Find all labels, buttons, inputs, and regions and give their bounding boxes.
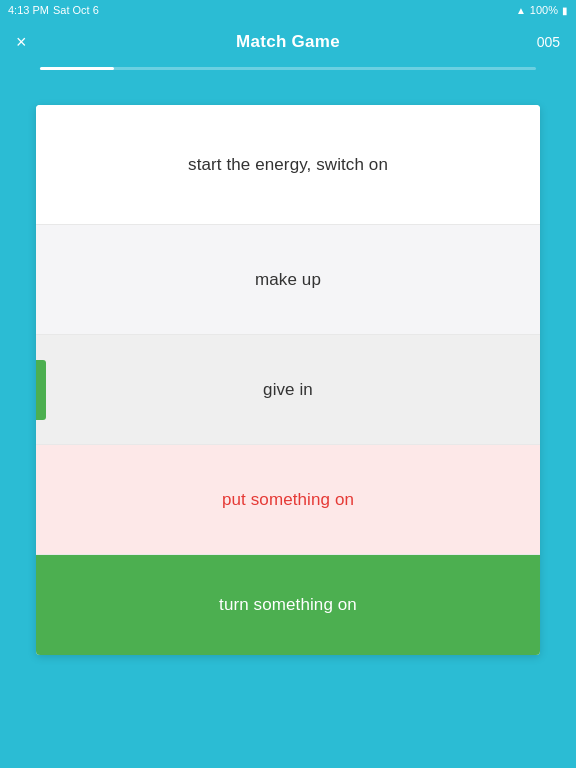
battery-icon: ▮ (562, 5, 568, 16)
card-item-4[interactable]: put something on (36, 445, 540, 555)
card-text-4: put something on (222, 490, 354, 510)
cards-container: start the energy, switch on make up give… (36, 105, 540, 655)
app-container: 4:13 PM Sat Oct 6 ▲ 100% ▮ × Match Game … (0, 0, 576, 768)
score-display: 005 (537, 34, 560, 50)
battery-level: 100% (530, 4, 558, 16)
side-indicator (36, 360, 46, 420)
status-bar: 4:13 PM Sat Oct 6 ▲ 100% ▮ (0, 0, 576, 20)
card-text-2: make up (255, 270, 321, 290)
nav-bar: × Match Game 005 (0, 20, 576, 64)
status-date: Sat Oct 6 (53, 4, 99, 16)
progress-bar-fill (40, 67, 114, 70)
card-text-1: start the energy, switch on (188, 155, 388, 175)
page-title: Match Game (236, 32, 340, 52)
close-button[interactable]: × (16, 33, 27, 51)
card-text-5: turn something on (219, 595, 357, 615)
card-item-2[interactable]: make up (36, 225, 540, 335)
status-bar-left: 4:13 PM Sat Oct 6 (8, 4, 99, 16)
status-bar-right: ▲ 100% ▮ (516, 4, 568, 16)
wifi-icon: ▲ (516, 5, 526, 16)
card-text-3: give in (263, 380, 313, 400)
progress-bar-track (40, 67, 536, 70)
bottom-area (0, 688, 576, 768)
card-item-3[interactable]: give in (36, 335, 540, 445)
status-time: 4:13 PM (8, 4, 49, 16)
card-item-5[interactable]: turn something on (36, 555, 540, 655)
card-item-1[interactable]: start the energy, switch on (36, 105, 540, 225)
progress-area (0, 64, 576, 72)
main-content: start the energy, switch on make up give… (0, 72, 576, 688)
